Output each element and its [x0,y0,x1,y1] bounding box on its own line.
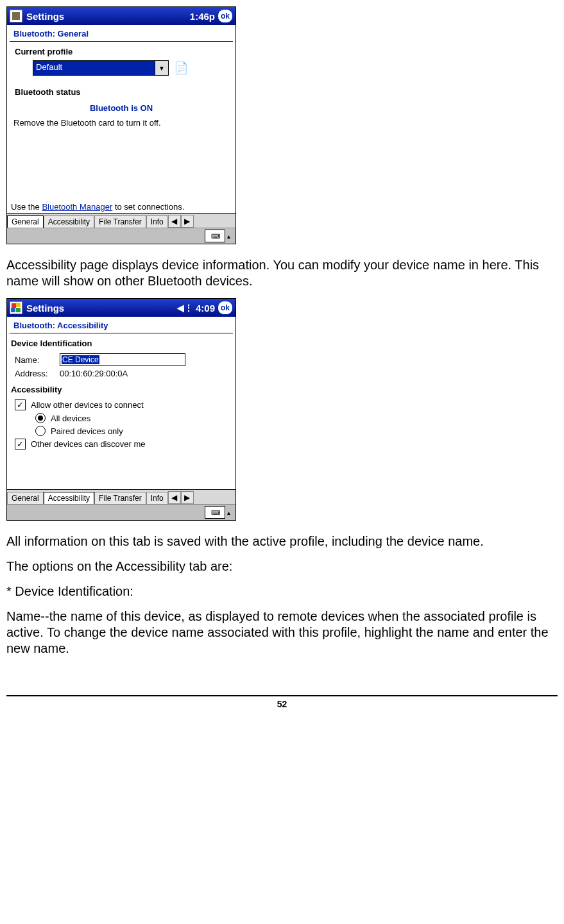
name-row: Name: CE Device [7,352,235,367]
current-profile-label: Current profile [7,42,235,60]
tab-accessibility[interactable]: Accessibility [44,215,94,228]
allow-connect-label: Allow other devices to connect [31,400,144,410]
paragraph-5: Name--the name of this device, as displa… [6,609,558,657]
radio-icon[interactable] [35,426,46,436]
device-id-label: Device Identification [7,333,235,352]
chevron-down-icon[interactable]: ▼ [155,61,168,75]
profile-row: Default ▼ 📄 [7,60,235,76]
profile-settings-icon[interactable]: 📄 [174,61,188,75]
tab-general[interactable]: General [7,215,44,228]
name-input[interactable]: CE Device [60,353,185,366]
paragraph-2: All information on this tab is saved wit… [6,533,558,550]
app-title: Settings [26,303,177,314]
use-suffix: to set connections. [112,202,184,212]
tab-scroll-right-icon[interactable]: ▶ [181,215,194,228]
status-text: Bluetooth is ON [7,101,235,115]
page-header: Bluetooth: General [10,25,233,42]
address-row: Address: 00:10:60:29:00:0A [7,367,235,380]
tab-file-transfer[interactable]: File Transfer [94,215,146,228]
address-label: Address: [15,369,60,378]
profile-combo-value: Default [33,61,155,75]
tab-scroll-left-icon[interactable]: ◀ [168,491,181,504]
title-bar: Settings ◀⋮ 4:09 ok [7,299,235,317]
sip-bar: ⌨ ▴ [7,228,235,244]
profile-combo[interactable]: Default ▼ [33,60,169,76]
ok-button[interactable]: ok [218,9,233,23]
name-label: Name: [15,355,60,365]
tab-bar: General Accessibility File Transfer Info… [7,213,235,228]
address-value: 00:10:60:29:00:0A [60,369,128,378]
keyboard-icon[interactable]: ⌨ [205,230,225,242]
discoverable-row[interactable]: ✓ Other devices can discover me [7,437,235,451]
checkbox-icon[interactable]: ✓ [15,439,26,449]
title-bar: Settings 1:46p ok [7,7,235,25]
tab-bar: General Accessibility File Transfer Info… [7,489,235,504]
tab-accessibility[interactable]: Accessibility [44,492,94,504]
paragraph-1: Accessibility page displays device infor… [6,257,558,289]
manager-link-line: Use the Bluetooth Manager to set connect… [7,201,235,213]
start-icon[interactable] [10,301,22,314]
clock: 1:46p [190,11,215,22]
radio-icon[interactable] [35,413,46,423]
allow-connect-row[interactable]: ✓ Allow other devices to connect [7,398,235,412]
tab-info[interactable]: Info [146,492,168,504]
tab-scroll-left-icon[interactable]: ◀ [168,215,181,228]
tab-general[interactable]: General [7,492,44,504]
tab-file-transfer[interactable]: File Transfer [94,492,146,504]
sip-up-icon[interactable]: ▴ [225,233,232,240]
accessibility-label: Accessibility [7,380,235,398]
paired-only-row[interactable]: Paired devices only [7,424,235,437]
paragraph-3: The options on the Accessibility tab are… [6,559,558,575]
all-devices-label: All devices [51,414,90,423]
page-header: Bluetooth: Accessibility [10,317,233,333]
keyboard-icon[interactable]: ⌨ [205,506,225,519]
name-value: CE Device [62,355,99,364]
sip-up-icon[interactable]: ▴ [225,509,232,516]
helper-text: Remove the Bluetooth card to turn it off… [7,115,235,130]
discoverable-label: Other devices can discover me [31,439,145,449]
sip-bar: ⌨ ▴ [7,504,235,520]
paragraph-4: * Device Identification: [6,584,558,600]
bluetooth-status-label: Bluetooth status [7,82,235,101]
use-prefix: Use the [11,202,42,212]
tab-scroll-right-icon[interactable]: ▶ [181,491,194,504]
tab-info[interactable]: Info [146,215,168,228]
page-number: 52 [6,695,558,709]
clock: 4:09 [196,303,215,314]
app-title: Settings [26,11,190,22]
start-icon[interactable] [10,10,22,22]
paired-only-label: Paired devices only [51,426,123,436]
ok-button[interactable]: ok [218,301,233,315]
screenshot-general: Settings 1:46p ok Bluetooth: General Cur… [6,6,236,244]
screenshot-accessibility: Settings ◀⋮ 4:09 ok Bluetooth: Accessibi… [6,298,236,521]
bluetooth-manager-link[interactable]: Bluetooth Manager [42,202,112,212]
speaker-icon[interactable]: ◀⋮ [177,303,193,313]
all-devices-row[interactable]: All devices [7,412,235,424]
checkbox-icon[interactable]: ✓ [15,399,26,410]
